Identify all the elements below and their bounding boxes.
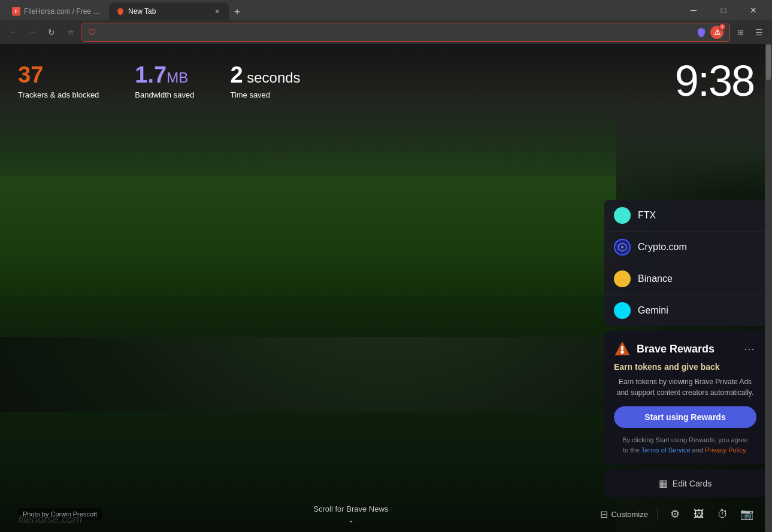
scroll-hint: Scroll for Brave News ⌄ <box>313 504 388 524</box>
browser-chrome: F FileHorse.com / Free Software Downl...… <box>0 0 772 44</box>
tab-close-button[interactable]: ✕ <box>212 7 222 16</box>
tab-bar: F FileHorse.com / Free Software Downl...… <box>5 0 246 20</box>
picture-in-picture-button[interactable]: ⊞ <box>732 24 749 41</box>
bandwidth-label: Bandwidth saved <box>135 90 194 99</box>
active-tab[interactable]: New Tab ✕ <box>109 2 229 20</box>
edit-cards-icon: ▦ <box>659 478 668 489</box>
rewards-description: Earn tokens by viewing Brave Private Ads… <box>614 376 756 398</box>
forward-icon: → <box>28 28 37 37</box>
gemini-item[interactable]: Gemini <box>604 295 766 326</box>
trackers-stat: 37 Trackers & ads blocked <box>18 62 99 99</box>
bg-forest-bright <box>0 176 616 296</box>
customize-icon: ⊟ <box>600 509 608 520</box>
divider <box>658 508 658 520</box>
back-button[interactable]: ← <box>5 24 22 41</box>
svg-point-6 <box>620 351 623 354</box>
new-tab-button[interactable]: + <box>229 4 246 20</box>
back-icon: ← <box>9 28 17 37</box>
footer-end: . <box>746 446 747 454</box>
start-rewards-button[interactable]: Start using Rewards <box>614 406 756 428</box>
brave-shield-icon <box>696 27 707 38</box>
title-bar: F FileHorse.com / Free Software Downl...… <box>0 0 772 20</box>
svg-rect-1 <box>616 215 624 217</box>
menu-icon: ☰ <box>755 28 763 37</box>
bookmark-button[interactable]: ☆ <box>62 24 79 41</box>
close-button[interactable]: ✕ <box>740 1 767 20</box>
bottom-bar: Photo by Corwin Prescott Scroll for Brav… <box>0 496 772 532</box>
rewards-card: Brave Rewards ⋯ Earn tokens and give bac… <box>604 331 766 464</box>
background-icon[interactable]: 🖼 <box>692 507 706 521</box>
ftx-logo-svg <box>616 211 628 220</box>
active-tab-title: New Tab <box>128 7 156 16</box>
binance-logo-svg <box>617 273 628 284</box>
footer-and: and <box>691 446 705 454</box>
refresh-button[interactable]: ↻ <box>43 24 60 41</box>
bandwidth-stat: 1.7MB Bandwidth saved <box>135 62 194 99</box>
settings-icon[interactable]: ⚙ <box>668 507 682 521</box>
brave-tab-icon <box>116 7 125 16</box>
clock-display: 9:38 <box>675 56 754 105</box>
forward-button[interactable]: → <box>24 24 41 41</box>
cryptocom-logo-svg <box>617 242 627 252</box>
time-value: 2 seconds <box>230 62 300 88</box>
bookmark-icon: ☆ <box>68 28 74 37</box>
watermark: filehorse.com <box>18 513 82 526</box>
prev-tab-favicon: F <box>12 7 20 16</box>
customize-label: Customize <box>611 510 648 519</box>
pip-icon: ⊞ <box>738 28 744 37</box>
history-icon[interactable]: ⏱ <box>716 507 730 521</box>
alert-container: ⚠ 1 <box>710 26 723 39</box>
browser-content: 37 Trackers & ads blocked 1.7MB Bandwidt… <box>0 44 772 532</box>
privacy-link[interactable]: Privacy Policy <box>705 446 746 454</box>
gemini-logo-svg <box>617 305 628 316</box>
cryptocom-name: Crypto.com <box>638 242 687 253</box>
rewards-menu-button[interactable]: ⋯ <box>742 342 756 356</box>
svg-point-4 <box>621 246 623 248</box>
svg-rect-7 <box>621 346 623 351</box>
cards-panel: FTX Crypto.com Binance <box>604 200 766 497</box>
tos-link[interactable]: Terms of Service <box>641 446 691 454</box>
scroll-label: Scroll for Brave News <box>313 504 388 513</box>
footer-text-2: to the <box>623 446 641 454</box>
window-controls: ─ □ ✕ <box>680 1 767 20</box>
rewards-header: Brave Rewards ⋯ <box>614 341 756 357</box>
shield-icon: 🛡 <box>88 28 96 37</box>
edit-cards-bar[interactable]: ▦ Edit Cards <box>604 469 766 497</box>
gemini-name: Gemini <box>638 305 668 316</box>
scrollbar-thumb[interactable] <box>766 44 771 80</box>
svg-rect-2 <box>616 218 620 220</box>
rewards-footer: By clicking Start using Rewards, you agr… <box>614 435 756 455</box>
binance-name: Binance <box>638 273 673 284</box>
rewards-triangle-icon <box>614 341 631 357</box>
bandwidth-value: 1.7MB <box>135 62 194 88</box>
watermark-text: filehorse.com <box>18 513 82 525</box>
maximize-button[interactable]: □ <box>710 1 737 20</box>
address-bar[interactable]: 🛡 ⚠ 1 <box>81 23 730 42</box>
camera-icon[interactable]: 📷 <box>740 507 754 521</box>
time-label: Time saved <box>230 90 300 99</box>
bottom-controls: ⊟ Customize ⚙ 🖼 ⏱ 📷 <box>600 507 754 521</box>
gemini-logo <box>614 302 631 319</box>
crypto-card: FTX Crypto.com Binance <box>604 200 766 326</box>
scroll-arrow-icon: ⌄ <box>348 516 354 524</box>
previous-tab[interactable]: F FileHorse.com / Free Software Downl... <box>5 2 109 20</box>
footer-text-1: By clicking Start using Rewards, you agr… <box>622 436 747 443</box>
scrollbar[interactable] <box>765 44 772 532</box>
stats-bar: 37 Trackers & ads blocked 1.7MB Bandwidt… <box>18 62 301 99</box>
minimize-button[interactable]: ─ <box>680 1 707 20</box>
edit-cards-label: Edit Cards <box>673 479 712 488</box>
binance-item[interactable]: Binance <box>604 263 766 295</box>
ftx-name: FTX <box>638 210 656 221</box>
time-stat: 2 seconds Time saved <box>230 62 300 99</box>
alert-badge: 1 <box>719 23 726 31</box>
ftx-item[interactable]: FTX <box>604 200 766 232</box>
customize-button[interactable]: ⊟ Customize <box>600 509 648 520</box>
prev-tab-title: FileHorse.com / Free Software Downl... <box>24 7 102 16</box>
binance-logo <box>614 270 631 287</box>
nav-right: ⊞ ☰ <box>732 24 767 41</box>
svg-rect-0 <box>616 211 628 213</box>
menu-button[interactable]: ☰ <box>750 24 767 41</box>
nav-bar: ← → ↻ ☆ 🛡 ⚠ 1 ⊞ ☰ <box>0 20 772 44</box>
cryptocom-logo <box>614 239 631 256</box>
cryptocom-item[interactable]: Crypto.com <box>604 232 766 263</box>
